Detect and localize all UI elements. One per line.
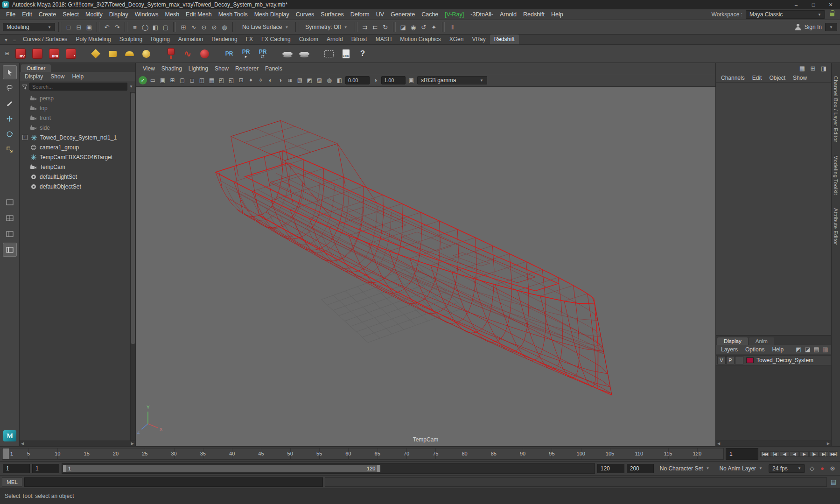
animation-end-field[interactable]: 200 xyxy=(627,464,654,473)
shelf-tab-xgen[interactable]: XGen xyxy=(445,35,468,44)
multisample-icon[interactable]: ▧ xyxy=(295,76,304,85)
menu-help[interactable]: Help xyxy=(548,10,567,19)
shelf-tab-motion-graphics[interactable]: Motion Graphics xyxy=(396,35,445,44)
playback-options-icon[interactable]: ◇ xyxy=(807,464,817,473)
menu-windows[interactable]: Windows xyxy=(132,10,162,19)
layer-move-down-icon[interactable]: ◪ xyxy=(804,345,812,353)
workspace-dropdown[interactable]: Maya Classic ▼ xyxy=(746,10,825,19)
gamma-icon[interactable]: ◑ xyxy=(371,76,380,85)
camera-select-icon[interactable]: ▭ xyxy=(148,76,157,85)
wireframe-boat-model[interactable]: YXZ xyxy=(136,87,715,446)
menu-create[interactable]: Create xyxy=(35,10,60,19)
command-language-button[interactable]: MEL xyxy=(2,477,22,487)
outliner-item-tempcamfbxasc046target[interactable]: TempCamFBXASC046Target xyxy=(20,152,135,162)
outliner-item-defaultlightset[interactable]: defaultLightSet xyxy=(20,172,135,182)
layer-editor-tab-display[interactable]: Display xyxy=(717,337,748,345)
shelf-tab-bifrost[interactable]: Bifrost xyxy=(347,35,371,44)
expand-toggle-icon[interactable]: + xyxy=(22,135,28,140)
create-empty-layer-icon[interactable]: ▤ xyxy=(812,345,820,353)
select-by-object-icon[interactable]: ◯ xyxy=(140,22,150,32)
channel-menu-show[interactable]: Show xyxy=(790,74,810,82)
outliner-vertical-scrollbar[interactable] xyxy=(130,92,135,441)
menu-file[interactable]: File xyxy=(3,10,19,19)
menu-modify[interactable]: Modify xyxy=(82,10,106,19)
range-start-handle[interactable] xyxy=(63,465,66,472)
maximize-button[interactable]: □ xyxy=(806,2,820,7)
shelf-item-redshift-volume-scattering[interactable] xyxy=(163,46,178,61)
menu-select[interactable]: Select xyxy=(59,10,82,19)
undo-icon[interactable]: ↶ xyxy=(102,22,112,32)
viewport-menu-panels[interactable]: Panels xyxy=(262,64,286,73)
layer-visible-toggle[interactable]: V xyxy=(717,356,726,364)
menu-mesh-tools[interactable]: Mesh Tools xyxy=(215,10,251,19)
viewport-menu-lighting[interactable]: Lighting xyxy=(185,64,211,73)
menu-surfaces[interactable]: Surfaces xyxy=(317,10,347,19)
highlight-selection-icon[interactable]: ▢ xyxy=(161,22,170,32)
menu-arnold[interactable]: Arnold xyxy=(497,10,520,19)
menu-deform[interactable]: Deform xyxy=(347,10,373,19)
menu-3dtoall[interactable]: -3DtoAll- xyxy=(467,10,497,19)
shelf-item-redshift-matte-plate-2[interactable] xyxy=(297,46,312,61)
lasso-tool[interactable] xyxy=(3,81,17,95)
side-tab-modeling-toolkit[interactable]: Modeling Toolkit xyxy=(833,155,839,195)
gate-mask-icon[interactable]: ◫ xyxy=(197,76,206,85)
outliner-item-top[interactable]: top xyxy=(20,103,135,113)
safe-title-icon[interactable]: ◱ xyxy=(227,76,236,85)
anim-layer-dropdown[interactable]: No Anim Layer ▼ xyxy=(715,464,766,473)
ambient-occlusion-icon[interactable]: ◑ xyxy=(276,76,285,85)
construction-history-icon[interactable]: ↻ xyxy=(381,22,390,32)
layer-move-up-icon[interactable]: ◩ xyxy=(795,345,803,353)
move-tool[interactable] xyxy=(3,112,17,126)
menu-mesh-display[interactable]: Mesh Display xyxy=(251,10,293,19)
shelf-tab-redshift[interactable]: Redshift xyxy=(490,35,519,44)
layout-split-left[interactable] xyxy=(3,227,17,241)
live-surface-dropdown[interactable]: No Live Surface ▼ xyxy=(238,23,292,31)
filter-funnel-icon[interactable] xyxy=(22,84,28,90)
go-to-end-button[interactable]: ▶▶| xyxy=(829,451,838,457)
shelf-tab-vray[interactable]: VRay xyxy=(468,35,490,44)
shelf-tab-arnold[interactable]: Arnold xyxy=(322,35,347,44)
step-forward-key-button[interactable]: |▶ xyxy=(809,451,819,457)
shelf-tab-animation[interactable]: Animation xyxy=(174,35,207,44)
layer-type-cell[interactable] xyxy=(735,356,743,364)
close-button[interactable]: ✕ xyxy=(824,2,838,8)
outliner-menu-display[interactable]: Display xyxy=(21,72,46,81)
shelf-item-redshift-environment-sphere[interactable] xyxy=(197,46,212,61)
colorspace-dropdown[interactable]: sRGB gamma ▼ xyxy=(417,76,487,84)
shelf-item-redshift-hair-shader[interactable]: ∿ xyxy=(180,46,195,61)
timeline-ruler[interactable]: 5101520253035404550556065707580859095100… xyxy=(2,448,724,460)
shelf-item-redshift-render-settings[interactable]: * xyxy=(63,46,78,61)
open-scene-icon[interactable]: ⊟ xyxy=(74,22,84,32)
shelf-tab-selector-icon[interactable]: ▾ xyxy=(2,35,10,44)
renderer-status-icon[interactable]: ✓ xyxy=(139,76,147,84)
outliner-item-towed-decoy-system-ncl1-1[interactable]: +Towed_Decoy_System_ncl1_1 xyxy=(20,133,135,142)
layer-menu-help[interactable]: Help xyxy=(769,345,787,354)
shelf-menu-icon[interactable]: ≡ xyxy=(10,35,19,44)
layout-four-pane[interactable] xyxy=(3,211,17,225)
menu-generate[interactable]: Generate xyxy=(387,10,418,19)
timeline-playhead[interactable] xyxy=(3,448,9,459)
redo-icon[interactable]: ↷ xyxy=(112,22,122,32)
step-back-key-button[interactable]: ◀| xyxy=(780,451,789,457)
channel-speed-icon[interactable]: ⊞ xyxy=(808,63,818,73)
channel-menu-edit[interactable]: Edit xyxy=(749,74,765,82)
step-back-frame-button[interactable]: |◀ xyxy=(770,451,779,457)
channel-mode-icon[interactable]: ◨ xyxy=(819,63,828,73)
range-end-handle[interactable] xyxy=(377,465,380,472)
snap-to-curve-icon[interactable]: ∿ xyxy=(189,22,198,32)
sign-in-button[interactable]: Sign In xyxy=(805,24,822,30)
shelf-item-redshift-proxy-import[interactable]: PR▸ xyxy=(238,46,253,61)
ipr-render-icon[interactable]: ↺ xyxy=(419,22,428,32)
rotate-tool[interactable] xyxy=(3,127,17,141)
film-gate-icon[interactable]: ▢ xyxy=(178,76,187,85)
minimize-button[interactable]: – xyxy=(789,2,803,7)
layout-outliner-persp[interactable] xyxy=(3,243,17,257)
shelf-tab-fx[interactable]: FX xyxy=(242,35,257,44)
range-slider-track[interactable]: 1 120 xyxy=(62,463,595,474)
command-feedback-area[interactable] xyxy=(325,477,827,487)
color-management-icon[interactable]: ▣ xyxy=(407,76,416,85)
camera-lock-icon[interactable]: ▣ xyxy=(158,76,167,85)
paint-select-tool[interactable] xyxy=(3,96,17,110)
shelf-options-icon[interactable]: ⊞ xyxy=(3,49,11,58)
menu-redshift[interactable]: Redshift xyxy=(520,10,548,19)
